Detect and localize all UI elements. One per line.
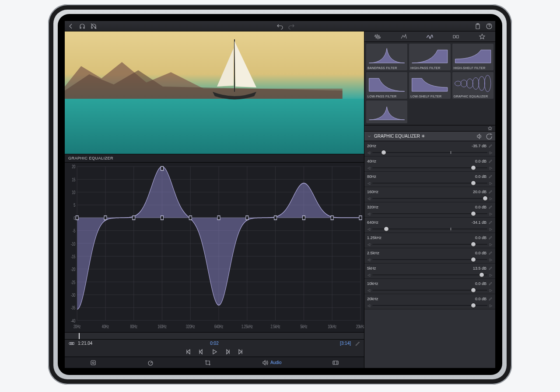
svg-text:20: 20	[72, 164, 75, 170]
skip-start-icon[interactable]	[185, 348, 192, 355]
preset-bandpass[interactable]: BANDPASS FILTER	[366, 44, 407, 70]
nudge-right-icon[interactable]: ▷	[489, 273, 493, 277]
bottom-tab-speed[interactable]	[147, 359, 154, 366]
svg-text:-30: -30	[71, 293, 75, 298]
preset-geq[interactable]: GRAPHIC EQUALIZER	[452, 72, 494, 99]
nudge-right-icon[interactable]: ▷	[489, 288, 493, 292]
band-slider[interactable]	[372, 150, 487, 155]
preset-highshelf[interactable]: HIGH-SHELF FILTER	[452, 44, 494, 70]
svg-point-75	[478, 76, 484, 91]
nudge-right-icon[interactable]: ▷	[489, 258, 493, 262]
skip-end-icon[interactable]	[237, 348, 244, 355]
band-slider[interactable]	[372, 288, 487, 293]
nudge-right-icon[interactable]: ▷	[489, 304, 493, 308]
band-freq: 20kHz	[367, 297, 378, 301]
speaker-icon[interactable]	[476, 133, 483, 140]
band-slider[interactable]	[372, 180, 487, 186]
eq-graph[interactable]: 20151050-5-10-15-20-25-30-35-4020Hz40Hz8…	[65, 163, 364, 332]
nudge-right-icon[interactable]: ▷	[489, 181, 493, 185]
nudge-left-icon[interactable]: ◁	[367, 151, 371, 155]
step-forward-icon[interactable]	[224, 348, 231, 355]
nudge-left-icon[interactable]: ◁	[367, 258, 371, 262]
tab-eq-icon[interactable]	[426, 33, 433, 40]
nudge-left-icon[interactable]: ◁	[367, 166, 371, 170]
band-slider[interactable]	[372, 226, 487, 232]
nudge-right-icon[interactable]: ▷	[489, 227, 493, 231]
tab-pan-icon[interactable]	[452, 33, 459, 40]
preset-favorite-icon[interactable]	[487, 126, 493, 131]
pencil-icon[interactable]	[488, 188, 493, 195]
band-slider[interactable]	[372, 165, 487, 170]
reset-icon[interactable]	[486, 133, 493, 140]
preset-lowpass[interactable]: LOW-PASS FILTER	[366, 72, 407, 99]
pencil-icon[interactable]	[488, 142, 493, 149]
band-slider[interactable]	[372, 211, 487, 216]
pencil-icon[interactable]	[488, 158, 493, 165]
tab-favorite-icon[interactable]	[479, 33, 486, 40]
bottom-tab-color[interactable]	[90, 359, 97, 366]
preset-lowshelf[interactable]: LOW-SHELF FILTER	[409, 72, 450, 99]
pencil-icon[interactable]	[488, 219, 493, 226]
band-gain: 0.0 dB	[475, 281, 486, 286]
bottom-tab-effects[interactable]	[332, 359, 339, 366]
effects-icon	[332, 359, 339, 366]
nudge-left-icon[interactable]: ◁	[367, 197, 371, 201]
tab-waveform-icon[interactable]	[374, 33, 381, 40]
nudge-left-icon[interactable]: ◁	[367, 181, 371, 185]
clipboard-icon[interactable]	[474, 23, 481, 30]
undo-icon[interactable]	[276, 23, 284, 30]
pencil-icon[interactable]	[488, 265, 493, 272]
video-preview[interactable]	[65, 31, 364, 154]
audio-icon	[262, 359, 269, 366]
nudge-right-icon[interactable]: ▷	[489, 243, 493, 246]
bottom-tab-label: Audio	[270, 360, 282, 365]
redo-icon[interactable]	[288, 23, 295, 30]
toolbar-center	[276, 23, 295, 30]
help-icon[interactable]	[486, 23, 493, 30]
band-freq: 640Hz	[367, 220, 378, 225]
transport-controls	[65, 347, 364, 357]
preset-peak[interactable]	[366, 101, 407, 123]
inspector-panel: BANDPASS FILTERHIGH-PASS FILTERHIGH-SHEL…	[364, 31, 495, 368]
nudge-left-icon[interactable]: ◁	[367, 227, 371, 231]
band-slider[interactable]	[372, 303, 487, 308]
svg-point-76	[484, 75, 490, 92]
preset-highpass[interactable]: HIGH-PASS FILTER	[409, 44, 450, 70]
band-slider[interactable]	[372, 196, 487, 201]
pencil-icon[interactable]	[488, 280, 493, 287]
bottom-tab-audio[interactable]: Audio	[262, 359, 282, 366]
nudge-left-icon[interactable]: ◁	[367, 304, 371, 308]
pencil-icon[interactable]	[488, 204, 493, 211]
band-slider[interactable]	[372, 257, 487, 262]
headphones-off-icon[interactable]	[90, 23, 97, 30]
step-back-icon[interactable]	[198, 348, 205, 355]
nudge-right-icon[interactable]: ▷	[489, 166, 493, 170]
svg-text:-15: -15	[71, 254, 75, 259]
play-icon[interactable]	[211, 348, 218, 355]
back-icon[interactable]	[67, 23, 74, 30]
preset-label: HIGH-PASS FILTER	[410, 66, 449, 69]
layers-icon[interactable]	[68, 340, 74, 347]
band-slider[interactable]	[372, 272, 487, 278]
band-slider[interactable]	[372, 242, 487, 247]
nudge-left-icon[interactable]: ◁	[367, 243, 371, 246]
nudge-left-icon[interactable]: ◁	[367, 288, 371, 292]
brush-icon[interactable]	[354, 340, 360, 347]
pencil-icon[interactable]	[488, 234, 493, 241]
nudge-right-icon[interactable]: ▷	[489, 197, 493, 201]
bottom-tab-crop[interactable]	[204, 359, 211, 366]
eq-section-header[interactable]: GRAPHIC EQUALIZER ✳	[364, 132, 495, 141]
pencil-icon[interactable]	[488, 173, 493, 180]
headphones-icon[interactable]	[79, 23, 86, 30]
nudge-right-icon[interactable]: ▷	[489, 151, 493, 155]
svg-rect-70	[333, 361, 338, 364]
pencil-icon[interactable]	[488, 295, 493, 302]
pencil-icon[interactable]	[488, 250, 493, 257]
nudge-right-icon[interactable]: ▷	[489, 212, 493, 216]
nudge-left-icon[interactable]: ◁	[367, 212, 371, 216]
eq-band-20Hz: 20Hz-35.7 dB◁▷	[364, 141, 495, 156]
nudge-left-icon[interactable]: ◁	[367, 273, 371, 277]
band-gain: 13.5 dB	[473, 266, 486, 271]
scrub-bar[interactable]	[65, 333, 364, 340]
tab-levels-icon[interactable]	[400, 33, 407, 40]
